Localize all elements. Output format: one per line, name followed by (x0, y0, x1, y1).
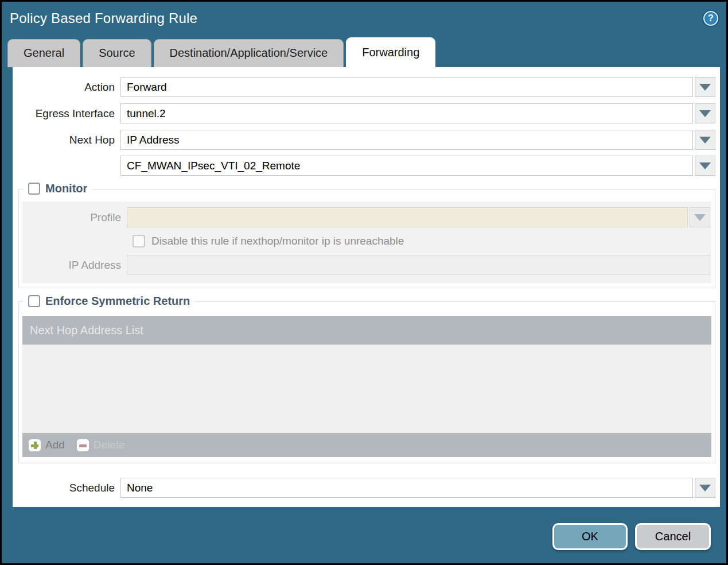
monitor-legend-label: Monitor (45, 182, 87, 195)
next-hop-address-list-body[interactable] (22, 345, 711, 433)
next-hop-address-list-header: Next Hop Address List (22, 316, 711, 345)
next-hop-row: Next Hop (13, 130, 715, 150)
egress-interface-input[interactable] (120, 103, 693, 123)
monitor-checkbox[interactable] (28, 183, 40, 195)
plus-icon (28, 439, 41, 452)
action-input[interactable] (120, 77, 693, 97)
tab-destination-application-service[interactable]: Destination/Application/Service (154, 39, 344, 67)
profile-dropdown-button (690, 207, 710, 227)
symmetric-return-legend: Enforce Symmetric Return (24, 295, 194, 308)
next-hop-type-input[interactable] (120, 130, 693, 150)
next-hop-address-table: Next Hop Address List Add Delete (22, 316, 711, 457)
add-button-label: Add (45, 439, 65, 451)
disable-rule-row: Disable this rule if nexthop/monitor ip … (133, 235, 710, 247)
table-footer-toolbar: Add Delete (22, 433, 711, 457)
chevron-down-icon (699, 162, 711, 169)
pbf-rule-dialog: Policy Based Forwarding Rule ? General S… (0, 0, 728, 565)
monitor-disabled-panel: Profile Disable this rule if nexthop/mon… (22, 202, 711, 283)
symmetric-return-section: Enforce Symmetric Return Next Hop Addres… (18, 301, 715, 463)
next-hop-label: Next Hop (13, 134, 120, 146)
action-row: Action (13, 77, 715, 97)
profile-input (127, 207, 688, 227)
chevron-down-icon (699, 84, 711, 91)
disable-rule-checkbox (133, 235, 145, 247)
schedule-label: Schedule (13, 482, 120, 494)
monitor-ip-address-input (127, 255, 710, 275)
schedule-dropdown-button[interactable] (695, 478, 715, 498)
forwarding-tab-panel: Action Egress Interface Next Hop (13, 67, 720, 507)
monitor-legend: Monitor (24, 182, 92, 195)
monitor-ip-address-label: IP Address (22, 259, 127, 272)
profile-row: Profile (22, 207, 710, 227)
chevron-down-icon (699, 485, 711, 492)
tab-source[interactable]: Source (83, 39, 151, 67)
next-hop-address-input[interactable] (120, 156, 693, 176)
ok-button[interactable]: OK (552, 523, 628, 550)
tab-general[interactable]: General (7, 39, 80, 67)
dialog-footer: OK Cancel (2, 507, 726, 563)
chevron-down-icon (699, 137, 711, 144)
action-dropdown-button[interactable] (695, 77, 715, 97)
schedule-row: Schedule (13, 478, 715, 498)
delete-button-label: Delete (94, 439, 125, 451)
add-button[interactable]: Add (28, 439, 65, 452)
monitor-section: Monitor Profile Disable this rule if nex… (18, 189, 715, 288)
minus-icon (76, 439, 89, 452)
tab-forwarding[interactable]: Forwarding (346, 37, 435, 67)
next-hop-address-dropdown-button[interactable] (695, 156, 715, 176)
next-hop-type-dropdown-button[interactable] (695, 130, 715, 150)
symmetric-return-legend-label: Enforce Symmetric Return (45, 295, 190, 308)
dialog-titlebar: Policy Based Forwarding Rule ? (2, 2, 726, 34)
egress-interface-row: Egress Interface (13, 103, 715, 123)
egress-interface-label: Egress Interface (13, 107, 120, 120)
cancel-button[interactable]: Cancel (635, 523, 711, 550)
tab-bar: General Source Destination/Application/S… (7, 36, 721, 67)
monitor-ip-address-row: IP Address (22, 255, 710, 275)
egress-interface-dropdown-button[interactable] (695, 103, 715, 123)
action-label: Action (13, 81, 120, 94)
profile-label: Profile (22, 211, 127, 224)
disable-rule-label: Disable this rule if nexthop/monitor ip … (151, 235, 404, 247)
chevron-down-icon (699, 110, 711, 117)
symmetric-return-checkbox[interactable] (28, 295, 40, 307)
schedule-input[interactable] (120, 478, 693, 498)
chevron-down-icon (694, 214, 706, 221)
next-hop-address-row (13, 156, 715, 176)
help-icon[interactable]: ? (703, 11, 718, 26)
delete-button: Delete (76, 439, 125, 452)
dialog-title: Policy Based Forwarding Rule (10, 10, 197, 26)
